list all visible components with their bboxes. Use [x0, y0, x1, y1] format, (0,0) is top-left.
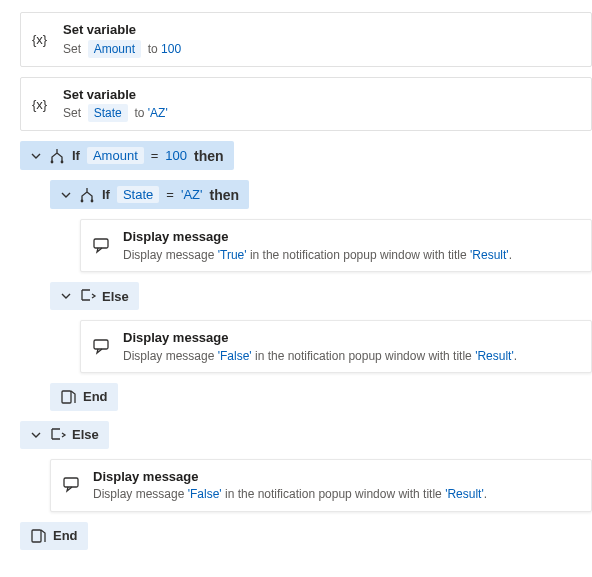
- step-display-message-false-inner[interactable]: Display message Display message 'False' …: [80, 320, 592, 373]
- variable-token: Amount: [88, 40, 141, 58]
- step-body: Display message Display message 'True' i…: [123, 228, 581, 263]
- variable-token: Amount: [87, 147, 144, 164]
- value-token: 'AZ': [148, 106, 168, 120]
- step-if-inner[interactable]: If State = 'AZ' then: [50, 180, 592, 209]
- chevron-down-icon[interactable]: [30, 429, 42, 441]
- then-keyword: then: [194, 148, 224, 164]
- chevron-down-icon[interactable]: [60, 189, 72, 201]
- end-icon: [60, 389, 76, 405]
- step-body: Set variable Set State to 'AZ': [63, 86, 581, 123]
- step-display-message-false-outer[interactable]: Display message Display message 'False' …: [50, 459, 592, 512]
- step-subtitle: Set Amount to 100: [63, 40, 581, 58]
- variable-icon: [31, 31, 53, 47]
- variable-token: State: [88, 104, 128, 122]
- end-keyword: End: [53, 528, 78, 543]
- step-body: Set variable Set Amount to 100: [63, 21, 581, 58]
- step-subtitle: Set State to 'AZ': [63, 104, 581, 122]
- step-title: Display message: [123, 228, 581, 246]
- step-title: Set variable: [63, 21, 581, 39]
- step-subtitle: Display message 'True' in the notificati…: [123, 247, 581, 263]
- branch-icon: [49, 148, 65, 164]
- variable-token: State: [117, 186, 159, 203]
- step-else-inner[interactable]: Else: [50, 282, 592, 310]
- value-token: 100: [165, 148, 187, 163]
- step-subtitle: Display message 'False' in the notificat…: [123, 348, 581, 364]
- else-keyword: Else: [72, 427, 99, 442]
- chevron-down-icon[interactable]: [30, 150, 42, 162]
- step-title: Display message: [93, 468, 581, 486]
- step-subtitle: Display message 'False' in the notificat…: [93, 486, 581, 502]
- chevron-down-icon[interactable]: [60, 290, 72, 302]
- operator: =: [166, 187, 174, 202]
- message-icon: [61, 476, 83, 494]
- operator: =: [151, 148, 159, 163]
- if-keyword: If: [72, 148, 80, 163]
- step-title: Display message: [123, 329, 581, 347]
- step-body: Display message Display message 'False' …: [123, 329, 581, 364]
- value-token: 100: [161, 42, 181, 56]
- branch-icon: [79, 187, 95, 203]
- variable-icon: [31, 96, 53, 112]
- if-keyword: If: [102, 187, 110, 202]
- end-keyword: End: [83, 389, 108, 404]
- else-icon: [79, 288, 95, 304]
- step-display-message-true[interactable]: Display message Display message 'True' i…: [80, 219, 592, 272]
- step-title: Set variable: [63, 86, 581, 104]
- then-keyword: then: [209, 187, 239, 203]
- step-end-outer[interactable]: End: [20, 522, 592, 550]
- step-set-variable-amount[interactable]: Set variable Set Amount to 100: [20, 12, 592, 67]
- end-icon: [30, 528, 46, 544]
- step-body: Display message Display message 'False' …: [93, 468, 581, 503]
- value-token: 'AZ': [181, 187, 203, 202]
- step-if-outer[interactable]: If Amount = 100 then: [20, 141, 592, 170]
- step-else-outer[interactable]: Else: [20, 421, 592, 449]
- step-set-variable-state[interactable]: Set variable Set State to 'AZ': [20, 77, 592, 132]
- message-icon: [91, 338, 113, 356]
- else-icon: [49, 427, 65, 443]
- message-icon: [91, 237, 113, 255]
- else-keyword: Else: [102, 289, 129, 304]
- step-end-inner[interactable]: End: [50, 383, 592, 411]
